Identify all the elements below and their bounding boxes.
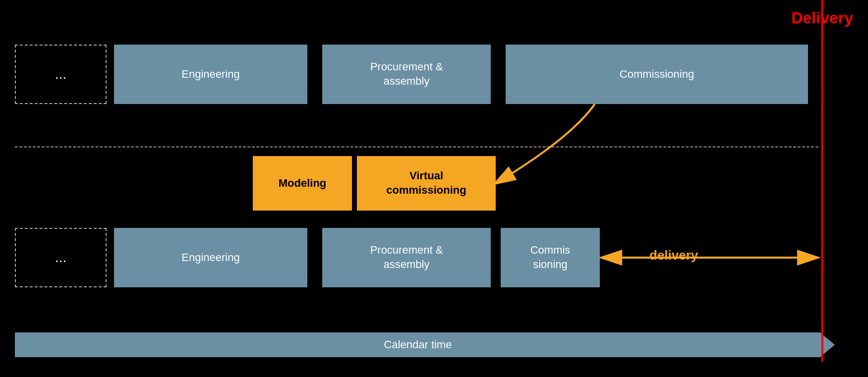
row1-placeholder: ... <box>15 45 107 104</box>
curve-arrow <box>496 104 595 183</box>
row1-commissioning: Commissioning <box>506 45 808 104</box>
delivery-line <box>821 0 823 362</box>
delivery-arrow-label: delivery <box>649 248 698 263</box>
row3-procurement: Procurement & assembly <box>322 228 491 287</box>
row1-engineering: Engineering <box>114 45 307 104</box>
row1-procurement: Procurement & assembly <box>322 45 491 104</box>
row2-modeling: Modeling <box>253 156 352 211</box>
diagram-container: Delivery ... Engineering Procurement & a… <box>0 0 868 377</box>
row3-commissioning: Commis sioning <box>501 228 600 287</box>
row3-placeholder: ... <box>15 228 107 287</box>
calendar-bar: Calendar time <box>15 332 821 357</box>
row3-engineering: Engineering <box>114 228 307 287</box>
dashed-separator <box>15 146 818 148</box>
row2-virtual-commissioning: Virtual commissioning <box>357 156 496 211</box>
